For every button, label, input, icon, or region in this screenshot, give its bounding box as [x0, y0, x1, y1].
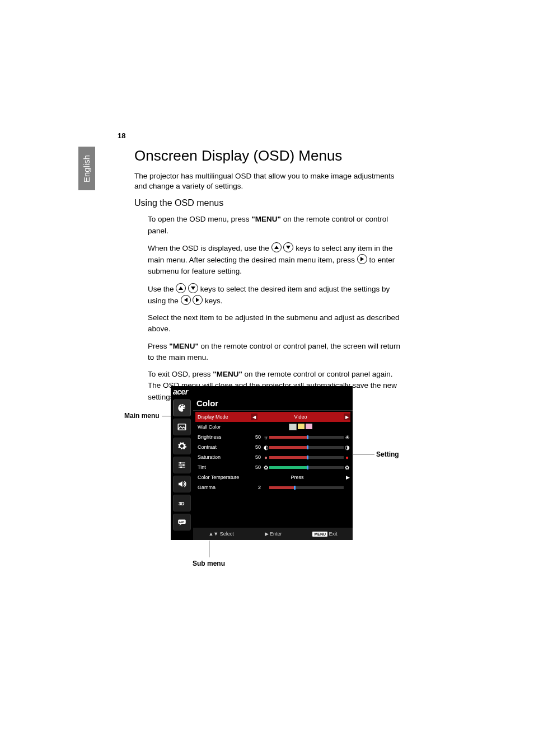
- right-key-icon: [193, 295, 203, 305]
- color-temp-value: Press: [251, 475, 344, 480]
- step-4: Select the next item to be adjusted in t…: [134, 312, 403, 335]
- tint-low-icon: ✿: [263, 464, 269, 471]
- svg-point-2: [183, 464, 185, 466]
- osd-submenu: Color Display Mode ◀ Video ▶ Wall Color: [193, 398, 353, 540]
- gear-icon: [177, 441, 187, 451]
- row-gamma[interactable]: Gamma 2: [195, 482, 350, 492]
- language-tab: English: [78, 147, 95, 190]
- svg-text:ABC: ABC: [179, 521, 185, 524]
- main-menu-audio[interactable]: [173, 476, 191, 492]
- up-key-icon: [176, 283, 186, 293]
- contrast-low-icon: ◐: [263, 444, 269, 450]
- main-menu-image[interactable]: [173, 419, 191, 435]
- svg-point-3: [180, 466, 182, 468]
- main-menu-setting[interactable]: [173, 438, 191, 454]
- callout-line: [162, 416, 171, 416]
- svg-rect-0: [178, 424, 186, 430]
- down-key-icon: [283, 242, 293, 252]
- saturation-low-icon: ●: [263, 454, 269, 461]
- osd-main-menu: 3D ABC: [171, 398, 193, 540]
- contrast-high-icon: ◑: [344, 444, 350, 450]
- left-key-icon: [181, 295, 191, 305]
- row-display-mode[interactable]: Display Mode ◀ Video ▶: [195, 412, 350, 422]
- step-1: To open the OSD menu, press "MENU" on th…: [134, 214, 403, 237]
- osd-screenshot: acer 3D: [171, 386, 364, 543]
- wall-color-swatches: [289, 424, 312, 430]
- section-subheading: Using the OSD menus: [134, 198, 403, 208]
- osd-hint-bar: ▲▼ Select ▶ Enter MENU Exit: [193, 528, 353, 540]
- row-brightness[interactable]: Brightness 50 ☼ ☀: [195, 432, 350, 442]
- svg-point-1: [180, 462, 181, 464]
- main-menu-color[interactable]: [173, 400, 191, 416]
- tint-high-icon: ✿: [344, 464, 350, 471]
- osd-panel: acer 3D: [171, 386, 353, 540]
- osd-brand-bar: acer: [171, 386, 353, 398]
- step-2: When the OSD is displayed, use the keys …: [134, 242, 403, 278]
- hint-exit: MENU Exit: [312, 531, 337, 537]
- brightness-high-icon: ☀: [344, 434, 350, 440]
- row-tint[interactable]: Tint 50 ✿ ✿: [195, 462, 350, 472]
- saturation-high-icon: ●: [344, 454, 350, 461]
- content-area: Onscreen Display (OSD) Menus The project…: [134, 147, 403, 408]
- intro-paragraph: The projector has multilingual OSD that …: [134, 171, 403, 191]
- contrast-slider[interactable]: [269, 446, 344, 449]
- step-5: Press "MENU" on the remote control or co…: [134, 341, 403, 364]
- page-title: Onscreen Display (OSD) Menus: [134, 147, 403, 165]
- page-number: 18: [118, 132, 125, 140]
- row-color-temperature[interactable]: Color Temperature Press ▶: [195, 472, 350, 482]
- display-mode-value: Video: [259, 414, 343, 420]
- step-3: Use the keys to select the desired item …: [134, 283, 403, 307]
- language-tab-text: English: [82, 154, 92, 182]
- gamma-slider[interactable]: [269, 486, 344, 489]
- callout-setting: Setting: [376, 450, 399, 458]
- palette-icon: [177, 403, 187, 413]
- sliders-icon: [177, 460, 187, 470]
- brightness-low-icon: ☼: [263, 434, 269, 440]
- right-key-icon: [357, 254, 367, 264]
- saturation-slider[interactable]: [269, 456, 344, 459]
- down-key-icon: [188, 283, 198, 293]
- hint-enter: ▶ Enter: [265, 531, 282, 537]
- osd-menu-title: Color: [193, 398, 353, 411]
- speaker-icon: [177, 479, 187, 489]
- image-icon: [177, 422, 187, 432]
- up-key-icon: [271, 242, 282, 252]
- brightness-slider[interactable]: [269, 436, 344, 439]
- hint-select: ▲▼ Select: [208, 531, 233, 537]
- main-menu-management[interactable]: [173, 457, 191, 473]
- row-contrast[interactable]: Contrast 50 ◐ ◑: [195, 442, 350, 452]
- callout-sub-menu: Sub menu: [193, 560, 225, 567]
- abc-icon: ABC: [177, 517, 187, 527]
- main-menu-language[interactable]: ABC: [173, 514, 191, 530]
- main-menu-3d[interactable]: 3D: [173, 495, 191, 511]
- row-wall-color[interactable]: Wall Color: [195, 422, 350, 432]
- callout-line: [209, 541, 209, 557]
- 3d-icon: 3D: [177, 498, 187, 508]
- right-arrow-icon[interactable]: ▶: [345, 475, 350, 480]
- callout-main-menu: Main menu: [124, 412, 160, 420]
- svg-text:3D: 3D: [179, 501, 185, 506]
- acer-logo: acer: [173, 387, 188, 396]
- tint-slider[interactable]: [269, 466, 344, 469]
- row-saturation[interactable]: Saturation 50 ● ●: [195, 452, 350, 462]
- left-arrow-icon[interactable]: ◀: [251, 414, 257, 420]
- right-arrow-icon[interactable]: ▶: [344, 414, 350, 420]
